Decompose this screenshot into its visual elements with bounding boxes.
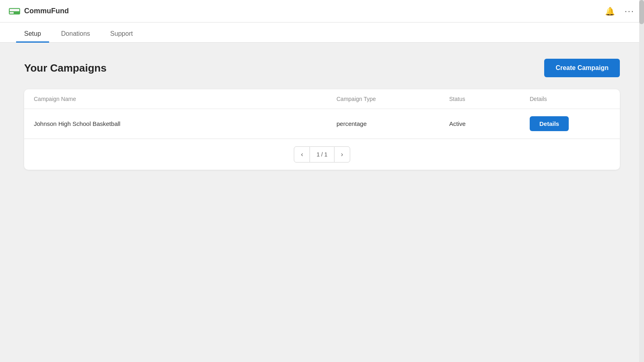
cell-campaign-name: Johnson High School Basketball (34, 120, 336, 127)
chevron-right-icon: › (341, 151, 343, 158)
tab-donations[interactable]: Donations (53, 25, 98, 43)
campaigns-table: Campaign Name Campaign Type Status Detai… (24, 89, 620, 170)
create-campaign-button[interactable]: Create Campaign (544, 59, 620, 77)
app-header: CommuFund 🔔 ··· (0, 0, 644, 23)
main-content: Your Campaigns Create Campaign Campaign … (0, 43, 644, 186)
pagination-next-button[interactable]: › (334, 146, 350, 162)
col-header-campaign-name: Campaign Name (34, 96, 336, 102)
notifications-button[interactable]: 🔔 (603, 5, 617, 18)
logo-area: CommuFund (8, 5, 69, 18)
table-header: Campaign Name Campaign Type Status Detai… (24, 89, 620, 109)
col-header-campaign-type: Campaign Type (336, 96, 449, 102)
more-options-button[interactable]: ··· (623, 4, 636, 18)
scrollbar-thumb[interactable] (639, 0, 644, 24)
col-header-status: Status (449, 96, 530, 102)
nav-tabs: Setup Donations Support (0, 23, 644, 43)
pagination-prev-button[interactable]: ‹ (294, 146, 310, 162)
details-button[interactable]: Details (530, 116, 569, 131)
chevron-left-icon: ‹ (301, 151, 303, 158)
svg-rect-1 (10, 9, 19, 11)
page-header: Your Campaigns Create Campaign (24, 59, 620, 77)
table-row: Johnson High School Basketball percentag… (24, 109, 620, 139)
cell-campaign-type: percentage (336, 120, 449, 127)
pagination: ‹ 1 / 1 › (24, 139, 620, 170)
tab-setup[interactable]: Setup (16, 25, 49, 43)
app-logo-icon (8, 5, 21, 18)
page-title: Your Campaigns (24, 62, 107, 74)
cell-details: Details (530, 116, 610, 131)
tab-support[interactable]: Support (102, 25, 141, 43)
col-header-details: Details (530, 96, 610, 102)
svg-rect-2 (10, 12, 14, 14)
more-icon: ··· (625, 6, 634, 16)
app-name: CommuFund (24, 7, 69, 15)
cell-status: Active (449, 120, 530, 127)
bell-icon: 🔔 (605, 7, 615, 16)
pagination-info: 1 / 1 (310, 146, 334, 162)
header-actions: 🔔 ··· (603, 4, 636, 18)
scrollbar-track (639, 0, 644, 362)
